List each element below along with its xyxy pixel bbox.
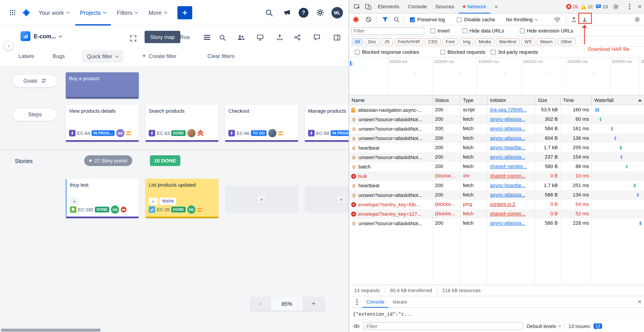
network-request-row[interactable]: ×bulk(blocke...xhrshared~comm...0 B10 ms (349, 171, 644, 181)
network-search-icon[interactable] (394, 14, 400, 26)
step-card[interactable]: View products detailsEC-64IN PROG...MD (66, 105, 138, 142)
chip-doc[interactable]: Doc (365, 38, 379, 45)
column-header-size[interactable]: Size (535, 95, 561, 105)
console-filter-input[interactable] (364, 322, 523, 330)
horizontal-scrollbar-thumb[interactable] (1, 329, 101, 331)
column-header-initiator[interactable]: Initiator (488, 95, 535, 105)
request-initiator[interactable]: jira-spa.72fe95... (488, 105, 535, 115)
request-initiator[interactable]: async-atlassia... (488, 190, 535, 200)
third-party-requests-checkbox[interactable] (491, 50, 496, 55)
network-request-row[interactable]: {}unseen?source=atlaskitNot...200fetchas… (349, 124, 644, 134)
empty-story-slot[interactable]: + (305, 186, 349, 213)
chip-css[interactable]: CSS (425, 38, 441, 45)
tab-network[interactable]: Network (459, 0, 490, 14)
roadmap-tab[interactable]: Roa (180, 31, 196, 43)
tab-elements[interactable]: Elements (374, 0, 403, 14)
hide-data-urls-checkbox[interactable] (462, 29, 467, 33)
export-icon[interactable] (274, 32, 285, 43)
blocked-requests-checkbox[interactable] (440, 50, 446, 55)
devtools-close-icon[interactable]: × (638, 3, 642, 10)
settings-gear-icon[interactable] (313, 6, 326, 19)
network-request-row[interactable]: {}heartbeat200fetchasync-heartbe...1.7 k… (349, 143, 644, 152)
drawer-tab-console[interactable]: Console (362, 296, 388, 307)
announcements-icon[interactable] (280, 6, 294, 19)
devtools-settings-gear-icon[interactable] (611, 1, 622, 12)
jira-logo[interactable] (20, 6, 33, 19)
nav-more[interactable]: More (144, 0, 172, 25)
zoom-out-button[interactable]: - (250, 297, 271, 310)
request-initiator[interactable]: async-heartbe... (488, 181, 535, 190)
chip-media[interactable]: Media (476, 38, 494, 45)
drawer-menu-kebab-icon[interactable] (352, 296, 362, 307)
messages-badge[interactable]: 13 (596, 4, 608, 9)
story-card[interactable]: thuy test + EC-182 DONE DD (66, 179, 138, 218)
tab-console[interactable]: Console (404, 0, 431, 14)
invert-checkbox[interactable] (430, 29, 435, 33)
network-settings-gear-icon[interactable] (634, 14, 640, 26)
nav-projects[interactable]: Projects (75, 0, 111, 25)
nav-filters[interactable]: Filters (112, 0, 143, 25)
console-log-line[interactable]: {"extension_id":"c... (349, 308, 644, 320)
rows-view-icon[interactable] (202, 32, 212, 43)
request-initiator[interactable]: async-atlassia... (488, 115, 535, 124)
add-card-chip[interactable]: + (257, 196, 266, 203)
column-header-time[interactable]: Time (561, 95, 592, 105)
download-har-icon[interactable] (582, 14, 588, 26)
device-toolbar-icon[interactable] (363, 1, 374, 12)
hide-extension-urls-checkbox[interactable] (520, 29, 525, 33)
column-header-waterfall[interactable]: Waterfall (592, 95, 644, 105)
board-search-icon[interactable] (217, 32, 228, 43)
add-chip[interactable]: + (149, 198, 158, 205)
drawer-tab-issues[interactable]: Issues (388, 296, 411, 307)
filter-labels[interactable]: Labels (18, 53, 34, 59)
clear-filters-button[interactable]: Clear filters (207, 53, 234, 59)
empty-story-slot[interactable]: + (225, 186, 298, 213)
network-conditions-icon[interactable] (554, 14, 561, 26)
filter-bugs[interactable]: Bugs (52, 53, 65, 59)
people-icon[interactable] (236, 32, 246, 43)
request-initiator[interactable]: async-atlassia... (488, 124, 535, 134)
blocked-response-cookies-checkbox[interactable] (355, 50, 360, 55)
step-card[interactable]: CheckoutEC-66TO DO (225, 105, 298, 142)
chip-manifest[interactable]: Manifest (496, 38, 520, 45)
chip-img[interactable]: Img (460, 38, 474, 45)
tab-sources[interactable]: Sources (431, 0, 458, 14)
nav-your-work[interactable]: Your work (34, 0, 74, 25)
network-request-row[interactable]: {}unseen?source=atlaskitNot...200fetchas… (349, 190, 644, 200)
goals-row-button[interactable]: Goals (12, 74, 58, 88)
clear-network-log-icon[interactable] (366, 14, 372, 26)
sidebar-expand-button[interactable]: › (4, 41, 14, 51)
step-card[interactable]: Manage productsEC-69IN PROG... (305, 105, 349, 142)
chip-other[interactable]: Other (558, 38, 576, 45)
column-header-name[interactable]: Name (349, 95, 432, 105)
network-request-row[interactable]: atlassian-navigation.async-...200scriptj… (349, 105, 644, 115)
network-filter-input[interactable] (351, 27, 424, 35)
network-overview[interactable]: 50000 ms100000 ms150000 ms200000 ms25000… (349, 58, 644, 95)
add-card-chip[interactable]: + (337, 196, 346, 203)
network-request-row[interactable]: {}batch200fetchshared~vendor...580 B86 m… (349, 162, 644, 171)
network-request-row[interactable]: ×envelope/?sentry_key=127...(blocke...fe… (349, 209, 644, 219)
chip-all[interactable]: All (352, 38, 363, 45)
request-initiator[interactable]: shared~comm... (488, 171, 535, 181)
goal-card[interactable]: Buy a product (66, 72, 138, 99)
create-issue-button[interactable] (178, 6, 192, 19)
story-card[interactable]: List products updated + TESTS EC-20 DONE… (145, 179, 218, 218)
errors-badge[interactable]: 26 (566, 4, 578, 10)
request-initiator[interactable]: content.js:2 (488, 200, 535, 209)
chip-ws[interactable]: WS (521, 38, 535, 45)
network-request-row[interactable]: {}unseen?source=atlaskitNot...200fetchas… (349, 219, 644, 228)
request-initiator[interactable]: shared~vendor... (488, 162, 535, 171)
column-header-status[interactable]: Status (432, 95, 460, 105)
request-initiator[interactable]: async-atlassia... (488, 134, 535, 143)
step-card[interactable]: Search productsEC-63DONE (145, 105, 218, 142)
network-request-row[interactable]: ×envelope/?sentry_key=fdb...(blocke...pi… (349, 200, 644, 209)
network-request-row[interactable]: {}unseen?source=atlaskitNot...200fetchas… (349, 152, 644, 162)
request-initiator[interactable]: shared~comm... (488, 209, 535, 219)
disable-cache-checkbox[interactable] (457, 17, 462, 22)
label-chip[interactable]: TESTS (160, 198, 176, 205)
story-map-tab[interactable]: Story map (145, 31, 180, 43)
comment-icon[interactable] (311, 32, 322, 43)
record-network-log-button[interactable] (354, 14, 358, 26)
panel-icon[interactable] (332, 32, 342, 43)
filter-toggle-icon[interactable] (382, 14, 388, 26)
